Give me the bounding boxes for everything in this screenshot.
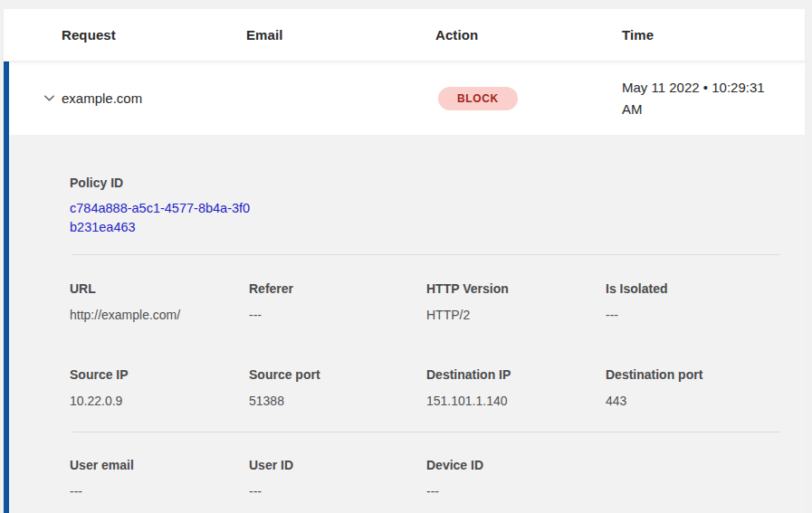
- field-source-port: Source port 51388: [249, 366, 426, 409]
- field-value: ---: [70, 483, 249, 499]
- row-expand-cell[interactable]: [9, 91, 62, 106]
- chevron-down-icon[interactable]: [42, 91, 56, 106]
- field-label: Source IP: [70, 366, 249, 383]
- field-http-version: HTTP Version HTTP/2: [426, 280, 606, 323]
- column-header-email: Email: [246, 27, 435, 43]
- field-value: http://example.com/: [70, 307, 249, 323]
- field-destination-port: Destination port 443: [606, 366, 782, 409]
- row-request-value: example.com: [62, 90, 246, 106]
- field-device-id: Device ID ---: [426, 457, 606, 499]
- divider: [72, 254, 780, 255]
- field-label: User ID: [249, 457, 426, 473]
- table-header-row: Request Email Action Time: [4, 9, 805, 62]
- policy-id-link[interactable]: c784a888-a5c1-4577-8b4a-3f0b231ea463: [70, 199, 251, 237]
- field-url: URL http://example.com/: [70, 280, 249, 323]
- field-user-email: User email ---: [70, 457, 249, 499]
- block-action-badge: BLOCK: [438, 87, 518, 110]
- field-label: User email: [70, 457, 249, 473]
- field-value: ---: [606, 307, 782, 323]
- field-value: 443: [606, 393, 782, 409]
- row-time-value: May 11 2022 • 10:29:31 AM: [622, 77, 787, 120]
- policy-id-section: Policy ID c784a888-a5c1-4577-8b4a-3f0b23…: [70, 175, 782, 237]
- table-row[interactable]: example.com BLOCK May 11 2022 • 10:29:31…: [9, 62, 805, 135]
- details-grid-row-user: User email --- User ID --- Device ID ---: [70, 457, 782, 499]
- details-grid-row-network: Source IP 10.22.0.9 Source port 51388 De…: [70, 366, 782, 409]
- field-is-isolated: Is Isolated ---: [606, 280, 782, 323]
- field-value: 51388: [249, 393, 426, 409]
- field-label: Is Isolated: [606, 280, 782, 297]
- details-grid-row-http: URL http://example.com/ Referer --- HTTP…: [70, 280, 782, 323]
- field-destination-ip: Destination IP 151.101.1.140: [426, 366, 606, 409]
- field-label: Destination port: [606, 366, 782, 383]
- column-header-request: Request: [62, 27, 246, 43]
- row-details-panel: Policy ID c784a888-a5c1-4577-8b4a-3f0b23…: [9, 135, 805, 513]
- field-value: ---: [426, 483, 606, 499]
- field-user-id: User ID ---: [249, 457, 426, 499]
- field-label: URL: [70, 280, 249, 297]
- column-header-time: Time: [622, 27, 805, 43]
- row-action-cell: BLOCK: [435, 87, 622, 110]
- field-value: HTTP/2: [426, 307, 606, 323]
- field-value: 151.101.1.140: [426, 393, 606, 409]
- field-value: 10.22.0.9: [70, 393, 249, 409]
- field-label: Device ID: [426, 457, 606, 473]
- policy-id-label: Policy ID: [70, 175, 782, 191]
- field-value: ---: [249, 307, 426, 323]
- field-source-ip: Source IP 10.22.0.9: [70, 366, 249, 409]
- field-label: Referer: [249, 280, 426, 297]
- field-empty: [606, 457, 782, 499]
- field-value: ---: [249, 483, 426, 499]
- expanded-row-container: example.com BLOCK May 11 2022 • 10:29:31…: [4, 62, 805, 513]
- log-table: Request Email Action Time example.com BL…: [4, 9, 805, 513]
- field-referer: Referer ---: [249, 280, 426, 323]
- field-label: HTTP Version: [426, 280, 606, 297]
- column-header-action: Action: [435, 27, 622, 43]
- field-label: Destination IP: [426, 366, 606, 383]
- field-label: Source port: [249, 366, 426, 383]
- divider: [72, 432, 780, 432]
